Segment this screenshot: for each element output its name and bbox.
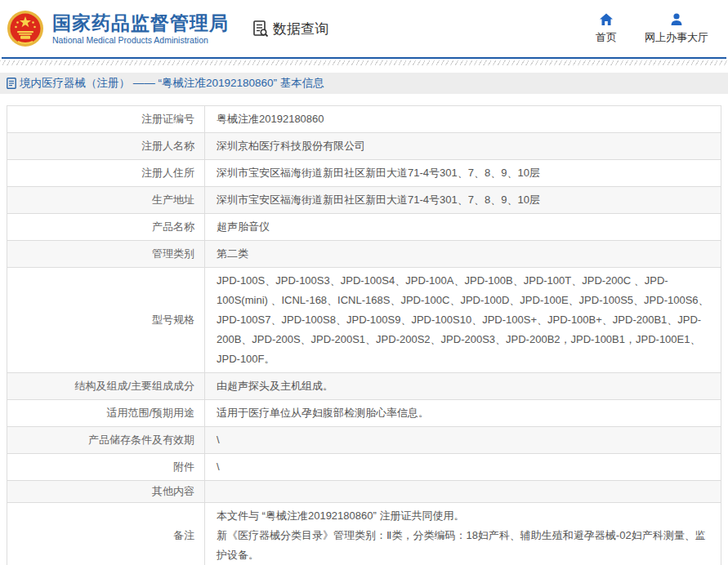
row-value: 本文件与 “粤械注准20192180860” 注册证共同使用。新《医疗器械分类目…: [205, 503, 721, 565]
nav-home-label: 首页: [596, 30, 617, 45]
agency-subtitle: National Medical Products Administration: [52, 35, 229, 45]
table-row: 其他内容: [7, 481, 721, 503]
row-value-line: 本文件与 “粤械注准20192180860” 注册证共同使用。: [217, 506, 709, 526]
row-label: 附件: [7, 454, 205, 480]
row-value: \: [205, 454, 721, 480]
national-emblem-icon: [7, 10, 44, 47]
table-row: 产品名称超声胎音仪: [7, 214, 721, 241]
row-value: JPD-100S、JPD-100S3、JPD-100S4、JPD-100A、JP…: [205, 268, 721, 372]
nav-service-hall-label: 网上办事大厅: [645, 30, 708, 45]
table-row: 适用范围/预期用途适用于医疗单位从孕妇腹部检测胎心率信息。: [7, 400, 721, 427]
page-header: 国家药品监督管理局 National Medical Products Admi…: [0, 0, 728, 57]
row-label: 其他内容: [7, 481, 205, 502]
row-label: 适用范围/预期用途: [7, 400, 205, 426]
row-label: 备注: [7, 503, 205, 565]
document-search-icon: [252, 20, 270, 38]
table-row: 产品储存条件及有效期\: [7, 427, 721, 454]
row-label: 型号规格: [7, 268, 205, 372]
data-query-entry[interactable]: 数据查询: [252, 20, 328, 38]
table-row: 结构及组成/主要组成成分由超声探头及主机组成。: [7, 373, 721, 400]
row-value: 深圳市宝安区福海街道新田社区新田大道71-4号301、7、8、9、10层: [205, 160, 721, 186]
row-value: 粤械注准20192180860: [205, 106, 721, 132]
nav-home[interactable]: 首页: [596, 12, 617, 45]
row-value: 超声胎音仪: [205, 214, 721, 240]
row-label: 注册人住所: [7, 160, 205, 186]
nav-service-hall[interactable]: 网上办事大厅: [645, 12, 708, 45]
table-row: 注册证编号粤械注准20192180860: [7, 106, 721, 133]
top-nav: 首页 网上办事大厅: [596, 12, 708, 45]
header-rule: [2, 57, 726, 59]
person-icon: [669, 12, 684, 27]
row-value: 由超声探头及主机组成。: [205, 373, 721, 399]
row-value-line: 新《医疗器械分类目录》管理类别：Ⅱ类，分类编码：18妇产科、辅助生殖和避孕器械-…: [217, 526, 709, 565]
table-row: 附件\: [7, 454, 721, 481]
row-value: 第二类: [205, 241, 721, 267]
row-value: [205, 488, 721, 495]
row-label: 注册人名称: [7, 133, 205, 159]
table-row: 管理类别第二类: [7, 241, 721, 268]
data-query-label: 数据查询: [273, 20, 328, 38]
home-icon: [599, 12, 614, 27]
row-value: 适用于医疗单位从孕妇腹部检测胎心率信息。: [205, 400, 721, 426]
table-row: 生产地址深圳市宝安区福海街道新田社区新田大道71-4号301、7、8、9、10层: [7, 187, 721, 214]
row-label: 产品名称: [7, 214, 205, 240]
logo-text: 国家药品监督管理局 National Medical Products Admi…: [52, 12, 229, 45]
nmpa-logo: 国家药品监督管理局 National Medical Products Admi…: [7, 10, 229, 47]
row-value: 深圳市宝安区福海街道新田社区新田大道71-4号301、7、8、9、10层: [205, 187, 721, 213]
breadcrumb: 境内医疗器械（注册） —— “粤械注准20192180860” 基本信息: [20, 76, 324, 91]
header-hatch-divider: [0, 60, 728, 65]
row-label: 产品储存条件及有效期: [7, 427, 205, 453]
row-value: 深圳京柏医疗科技股份有限公司: [205, 133, 721, 159]
table-row: 型号规格JPD-100S、JPD-100S3、JPD-100S4、JPD-100…: [7, 268, 721, 373]
table-row: 备注本文件与 “粤械注准20192180860” 注册证共同使用。新《医疗器械分…: [7, 503, 721, 565]
row-label: 注册证编号: [7, 106, 205, 132]
row-value: \: [205, 427, 721, 453]
row-label: 结构及组成/主要组成成分: [7, 373, 205, 399]
info-table: 注册证编号粤械注准20192180860注册人名称深圳京柏医疗科技股份有限公司注…: [7, 105, 721, 565]
table-row: 注册人住所深圳市宝安区福海街道新田社区新田大道71-4号301、7、8、9、10…: [7, 160, 721, 187]
row-label: 生产地址: [7, 187, 205, 213]
page-icon: [7, 78, 16, 89]
table-row: 注册人名称深圳京柏医疗科技股份有限公司: [7, 133, 721, 160]
breadcrumb-bar: 境内医疗器械（注册） —— “粤械注准20192180860” 基本信息: [0, 73, 728, 94]
row-label: 管理类别: [7, 241, 205, 267]
agency-title: 国家药品监督管理局: [52, 12, 229, 33]
